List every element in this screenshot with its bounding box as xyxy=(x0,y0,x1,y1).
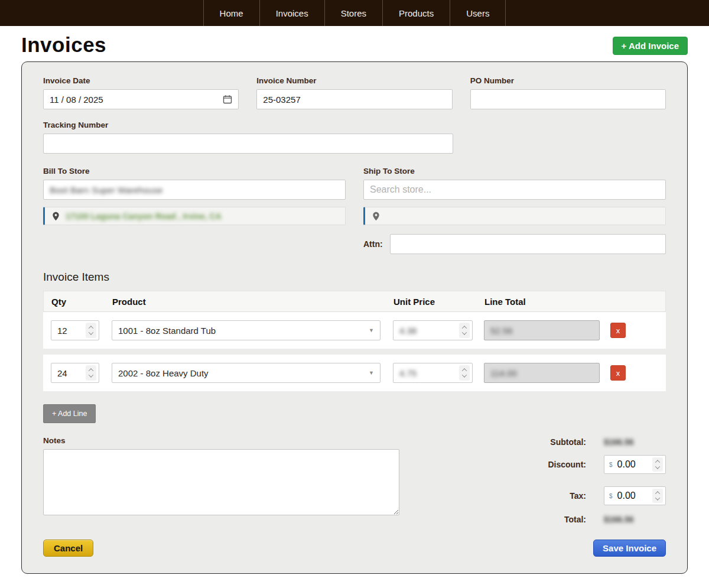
tax-label: Tax: xyxy=(570,491,586,501)
invoice-number-group: Invoice Number 25-03257 xyxy=(256,76,452,109)
qty-stepper[interactable] xyxy=(86,365,96,381)
total-label: Total: xyxy=(564,515,586,524)
discount-stepper[interactable] xyxy=(652,457,663,472)
invoice-items-title: Invoice Items xyxy=(43,271,666,284)
chevron-down-icon: ▼ xyxy=(369,327,374,333)
save-invoice-button[interactable]: Save Invoice xyxy=(593,540,666,557)
qty-value: 12 xyxy=(57,326,67,336)
invoice-date-input[interactable]: 11 / 08 / 2025 xyxy=(43,89,239,109)
total-value: $166.56 xyxy=(604,515,666,524)
calendar-icon[interactable] xyxy=(223,95,232,104)
delete-line-button[interactable]: x xyxy=(610,365,626,381)
qty-stepper[interactable] xyxy=(86,323,96,338)
bill-to-address-strip: 17100 Laguna Canyon Road , Irvine, CA xyxy=(43,207,346,225)
bill-to-address-text: 17100 Laguna Canyon Road , Irvine, CA xyxy=(66,212,222,221)
currency-prefix: $ xyxy=(609,462,613,468)
map-pin-icon xyxy=(372,212,380,221)
nav-item-stores[interactable]: Stores xyxy=(324,0,382,26)
unit-price-input[interactable]: 4.38 xyxy=(393,320,473,340)
invoice-date-group: Invoice Date 11 / 08 / 2025 xyxy=(43,76,239,109)
product-selected-value: 2002 - 8oz Heavy Duty xyxy=(118,368,209,378)
invoice-number-label: Invoice Number xyxy=(256,76,452,85)
discount-value: 0.00 xyxy=(617,459,652,470)
line-total-value: 114.00 xyxy=(490,368,517,378)
invoice-number-input[interactable]: 25-03257 xyxy=(256,89,452,109)
discount-label: Discount: xyxy=(548,460,586,469)
line-total-readonly: 114.00 xyxy=(484,363,600,383)
attn-group: Attn: xyxy=(363,234,666,254)
product-select[interactable]: 2002 - 8oz Heavy Duty ▼ xyxy=(112,363,380,383)
notes-group: Notes xyxy=(43,436,399,524)
add-line-button[interactable]: + Add Line xyxy=(43,404,96,423)
nav-item-home[interactable]: Home xyxy=(203,0,259,26)
nav-item-invoices[interactable]: Invoices xyxy=(259,0,324,26)
unit-price-value: 4.38 xyxy=(399,326,417,336)
col-header-product: Product xyxy=(112,297,381,307)
col-header-qty: Qty xyxy=(51,297,100,307)
bill-to-column: Bill To Store Boot Barn Super Warehouse … xyxy=(43,167,346,254)
po-number-label: PO Number xyxy=(470,76,666,85)
tax-input[interactable]: $ 0.00 xyxy=(604,486,666,505)
subtotal-value: $166.56 xyxy=(604,437,666,447)
product-selected-value: 1001 - 8oz Standard Tub xyxy=(118,326,216,336)
tracking-number-input[interactable] xyxy=(43,134,453,154)
tracking-number-group: Tracking Number xyxy=(43,121,453,154)
discount-input[interactable]: $ 0.00 xyxy=(604,455,666,474)
bill-to-store-input[interactable]: Boot Barn Super Warehouse xyxy=(43,180,346,200)
attn-input[interactable] xyxy=(390,234,666,254)
ship-to-store-label: Ship To Store xyxy=(363,167,666,176)
line-total-readonly: 52.56 xyxy=(484,320,600,340)
unit-price-stepper[interactable] xyxy=(459,323,470,338)
product-select[interactable]: 1001 - 8oz Standard Tub ▼ xyxy=(112,320,380,340)
po-number-group: PO Number xyxy=(470,76,666,109)
ship-to-address-strip xyxy=(363,207,666,225)
subtotal-label: Subtotal: xyxy=(550,437,586,447)
notes-textarea[interactable] xyxy=(43,449,399,515)
chevron-down-icon: ▼ xyxy=(369,370,374,376)
ship-to-column: Ship To Store Search store... Attn: xyxy=(363,167,666,254)
page-title: Invoices xyxy=(21,33,106,57)
attn-label: Attn: xyxy=(363,239,383,249)
invoice-number-value: 25-03257 xyxy=(263,95,300,105)
unit-price-input[interactable]: 4.75 xyxy=(393,363,473,383)
cancel-button[interactable]: Cancel xyxy=(43,540,93,557)
qty-value: 24 xyxy=(57,368,67,378)
invoice-item-row: 24 2002 - 8oz Heavy Duty ▼ 4.75 114.00 x xyxy=(43,355,666,391)
qty-input[interactable]: 12 xyxy=(51,320,99,340)
add-invoice-button[interactable]: + Add Invoice xyxy=(613,37,688,55)
totals-panel: Subtotal: $166.56 Discount: $ 0.00 Tax: … xyxy=(438,436,666,524)
tax-value: 0.00 xyxy=(617,490,652,501)
items-table-header: Qty Product Unit Price Line Total xyxy=(43,291,666,312)
bill-to-store-value: Boot Barn Super Warehouse xyxy=(50,185,162,195)
tracking-number-label: Tracking Number xyxy=(43,121,453,129)
page-header: Invoices + Add Invoice xyxy=(0,26,709,57)
currency-prefix: $ xyxy=(609,493,613,499)
map-pin-icon xyxy=(52,212,60,221)
unit-price-value: 4.75 xyxy=(399,368,417,378)
nav-item-products[interactable]: Products xyxy=(382,0,450,26)
invoice-form-card: Invoice Date 11 / 08 / 2025 Invoice Numb… xyxy=(21,61,688,574)
top-navbar: Home Invoices Stores Products Users xyxy=(0,0,709,26)
ship-to-store-placeholder: Search store... xyxy=(370,184,431,195)
line-total-value: 52.56 xyxy=(490,326,513,336)
invoice-date-label: Invoice Date xyxy=(43,76,239,85)
tax-stepper[interactable] xyxy=(652,489,663,503)
unit-price-stepper[interactable] xyxy=(459,365,470,381)
nav-item-users[interactable]: Users xyxy=(450,0,506,26)
invoice-item-row: 12 1001 - 8oz Standard Tub ▼ 4.38 52.56 … xyxy=(43,312,666,349)
delete-line-button[interactable]: x xyxy=(610,323,626,338)
notes-label: Notes xyxy=(43,436,399,445)
ship-to-store-search-input[interactable]: Search store... xyxy=(363,180,666,200)
invoice-date-value: 11 / 08 / 2025 xyxy=(50,95,103,105)
bill-to-store-label: Bill To Store xyxy=(43,167,346,176)
qty-input[interactable]: 24 xyxy=(51,363,99,383)
col-header-line-total: Line Total xyxy=(484,297,600,307)
po-number-input[interactable] xyxy=(470,89,666,109)
col-header-unit-price: Unit Price xyxy=(393,297,473,307)
